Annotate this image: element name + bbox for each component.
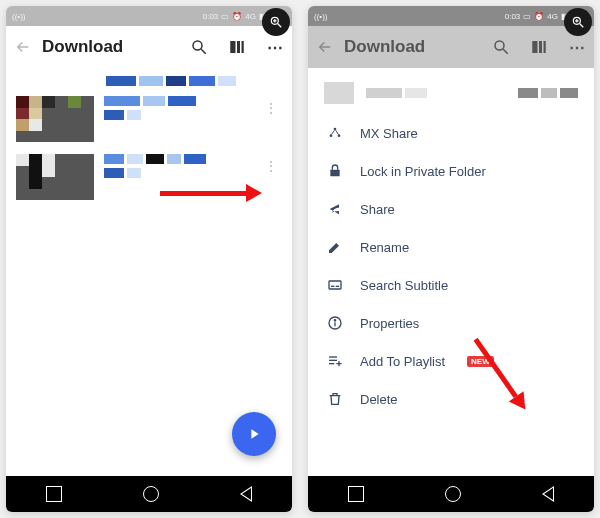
svg-rect-23 xyxy=(331,286,334,287)
svg-rect-22 xyxy=(329,281,341,289)
file-list: ⋮ ⋮ xyxy=(6,68,292,476)
svg-line-5 xyxy=(201,49,206,54)
action-sheet: MX Share Lock in Private Folder Share Re… xyxy=(308,68,594,476)
nav-back-icon[interactable] xyxy=(240,486,252,502)
svg-point-4 xyxy=(193,41,202,50)
more-icon[interactable]: ⋯ xyxy=(568,38,586,56)
svg-rect-7 xyxy=(237,41,240,53)
menu-share[interactable]: Share xyxy=(308,190,594,228)
video-thumbnail xyxy=(16,154,94,200)
sheet-header xyxy=(308,68,594,114)
menu-lock-private[interactable]: Lock in Private Folder xyxy=(308,152,594,190)
context-menu: MX Share Lock in Private Folder Share Re… xyxy=(308,114,594,418)
subtitle-icon xyxy=(326,276,344,294)
signal-icon: 4G xyxy=(245,12,256,21)
android-nav-bar xyxy=(6,476,292,512)
playlist-add-icon xyxy=(326,352,344,370)
view-mode-icon[interactable] xyxy=(228,38,246,56)
status-bar: ((•)) 0:03 ▭ ⏰ 4G ▮▮ 82% xyxy=(6,6,292,26)
svg-line-1 xyxy=(278,24,282,28)
menu-label: MX Share xyxy=(360,126,418,141)
video-thumbnail xyxy=(16,96,94,142)
video-meta xyxy=(104,154,250,178)
view-mode-icon[interactable] xyxy=(530,38,548,56)
android-nav-bar xyxy=(308,476,594,512)
nav-back-icon[interactable] xyxy=(542,486,554,502)
menu-search-subtitle[interactable]: Search Subtitle xyxy=(308,266,594,304)
nav-home-icon[interactable] xyxy=(445,486,461,502)
svg-rect-8 xyxy=(242,41,244,53)
svg-rect-21 xyxy=(330,170,339,177)
play-fab[interactable] xyxy=(232,412,276,456)
search-icon[interactable] xyxy=(190,38,208,56)
svg-rect-16 xyxy=(539,41,542,53)
status-time: 0:03 xyxy=(203,12,219,21)
menu-delete[interactable]: Delete xyxy=(308,380,594,418)
new-badge: NEW xyxy=(467,356,494,367)
menu-label: Search Subtitle xyxy=(360,278,448,293)
app-bar: Download ⋯ xyxy=(308,26,594,68)
status-time: 0:03 xyxy=(505,12,521,21)
lock-icon xyxy=(326,162,344,180)
magnify-icon[interactable] xyxy=(564,8,592,36)
nav-recent-icon[interactable] xyxy=(46,486,62,502)
share-icon xyxy=(326,200,344,218)
svg-rect-29 xyxy=(329,360,337,361)
menu-label: Properties xyxy=(360,316,419,331)
svg-point-18 xyxy=(334,128,337,131)
back-icon[interactable] xyxy=(316,38,334,56)
cast-icon: ▭ xyxy=(523,12,531,21)
menu-label: Share xyxy=(360,202,395,217)
menu-add-playlist[interactable]: Add To Playlist NEW xyxy=(308,342,594,380)
svg-point-19 xyxy=(330,134,333,137)
more-icon[interactable]: ⋯ xyxy=(266,38,284,56)
app-bar: Download ⋯ xyxy=(6,26,292,68)
menu-label: Delete xyxy=(360,392,398,407)
hotspot-icon: ((•)) xyxy=(314,12,327,21)
search-icon[interactable] xyxy=(492,38,510,56)
svg-rect-15 xyxy=(532,41,537,53)
info-icon xyxy=(326,314,344,332)
page-title: Download xyxy=(344,37,472,57)
alarm-icon: ⏰ xyxy=(534,12,544,21)
svg-rect-28 xyxy=(329,356,337,357)
svg-line-14 xyxy=(503,49,508,54)
alarm-icon: ⏰ xyxy=(232,12,242,21)
menu-label: Rename xyxy=(360,240,409,255)
svg-rect-6 xyxy=(230,41,235,53)
list-item[interactable]: ⋮ xyxy=(6,148,292,206)
menu-mx-share[interactable]: MX Share xyxy=(308,114,594,152)
status-bar: ((•)) 0:03 ▭ ⏰ 4G ▮▮ 82% xyxy=(308,6,594,26)
svg-rect-24 xyxy=(336,286,339,287)
back-icon[interactable] xyxy=(14,38,32,56)
cast-icon: ▭ xyxy=(221,12,229,21)
menu-rename[interactable]: Rename xyxy=(308,228,594,266)
nav-home-icon[interactable] xyxy=(143,486,159,502)
list-item[interactable]: ⋮ xyxy=(6,90,292,148)
signal-icon: 4G xyxy=(547,12,558,21)
hotspot-icon: ((•)) xyxy=(12,12,25,21)
svg-line-10 xyxy=(580,24,584,28)
mx-share-icon xyxy=(326,124,344,142)
nav-recent-icon[interactable] xyxy=(348,486,364,502)
menu-label: Add To Playlist xyxy=(360,354,445,369)
svg-rect-30 xyxy=(329,363,334,364)
sheet-thumbnail xyxy=(324,82,354,104)
item-menu-icon[interactable]: ⋮ xyxy=(260,96,282,120)
menu-label: Lock in Private Folder xyxy=(360,164,486,179)
phone-left: ((•)) 0:03 ▭ ⏰ 4G ▮▮ 82% Download ⋯ xyxy=(6,6,292,512)
video-meta xyxy=(104,96,250,120)
pencil-icon xyxy=(326,238,344,256)
menu-properties[interactable]: Properties xyxy=(308,304,594,342)
svg-point-27 xyxy=(334,320,335,321)
phone-right: ((•)) 0:03 ▭ ⏰ 4G ▮▮ 82% Download ⋯ xyxy=(308,6,594,512)
svg-point-20 xyxy=(338,134,341,137)
svg-point-13 xyxy=(495,41,504,50)
page-title: Download xyxy=(42,37,170,57)
trash-icon xyxy=(326,390,344,408)
item-menu-icon[interactable]: ⋮ xyxy=(260,154,282,178)
svg-rect-17 xyxy=(544,41,546,53)
magnify-icon[interactable] xyxy=(262,8,290,36)
